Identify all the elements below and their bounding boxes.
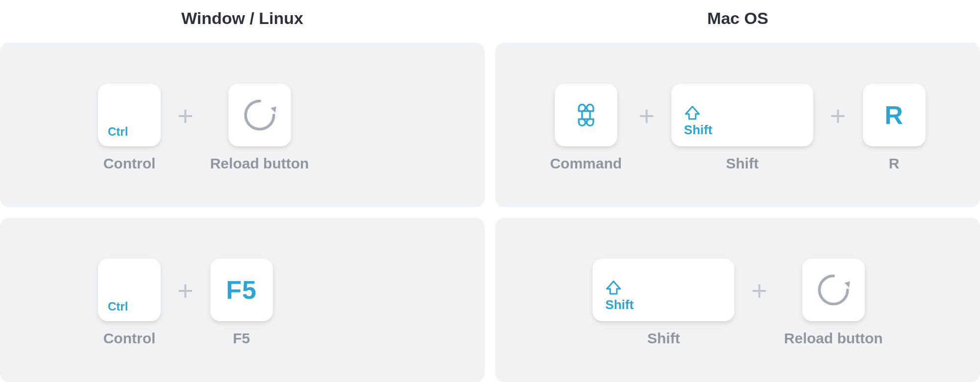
caption-f5: F5 — [233, 330, 250, 347]
command-icon — [573, 102, 599, 128]
key-label-r: R — [884, 100, 904, 130]
shortcut-diagram: Window / Linux Ctrl Control + Reload but… — [0, 0, 980, 382]
caption-reload-button: Reload button — [210, 155, 309, 172]
key-shift: Shift — [671, 84, 813, 146]
plus-separator: + — [177, 102, 194, 153]
panel-mac-row1: Command + Shift Shift + R — [495, 43, 980, 207]
key-label-ctrl: Ctrl — [108, 300, 128, 313]
caption-shift: Shift — [726, 155, 759, 172]
caption-control: Control — [103, 330, 156, 347]
combo-ctrl-reload: Ctrl Control + Reload button — [98, 84, 309, 172]
keywrap-shift-2: Shift Shift — [592, 259, 735, 347]
combo-shift-reload: Shift Shift + Reload button — [592, 259, 882, 347]
key-command — [555, 84, 617, 146]
caption-reload-button: Reload button — [784, 330, 883, 347]
key-reload — [802, 259, 865, 321]
keywrap-command: Command — [550, 84, 622, 172]
shift-up-icon — [684, 105, 701, 121]
combo-ctrl-f5: Ctrl Control + F5 F5 — [98, 259, 273, 347]
reload-icon — [814, 270, 853, 310]
key-label-shift: Shift — [605, 297, 634, 312]
panel-wl-row2: Ctrl Control + F5 F5 — [0, 218, 485, 382]
plus-separator: + — [177, 277, 194, 328]
keywrap-ctrl: Ctrl Control — [98, 84, 161, 172]
caption-control: Control — [103, 155, 156, 172]
keywrap-ctrl-2: Ctrl Control — [98, 259, 161, 347]
keywrap-shift: Shift Shift — [671, 84, 813, 172]
column-title-mac-os: Mac OS — [495, 0, 980, 43]
keywrap-f5: F5 F5 — [210, 259, 273, 347]
keywrap-r: R R — [863, 84, 926, 172]
key-ctrl: Ctrl — [98, 84, 161, 146]
plus-separator: + — [751, 277, 767, 328]
column-title-windows-linux: Window / Linux — [0, 0, 485, 43]
combo-cmd-shift-r: Command + Shift Shift + R — [550, 84, 925, 172]
key-r: R — [863, 84, 926, 146]
key-label-ctrl: Ctrl — [108, 125, 128, 139]
panel-mac-row2: Shift Shift + Reload button — [495, 218, 980, 382]
column-windows-linux: Window / Linux Ctrl Control + Reload but… — [0, 0, 485, 382]
key-shift: Shift — [592, 259, 735, 321]
plus-separator: + — [638, 102, 655, 153]
reload-icon — [240, 96, 279, 135]
panel-wl-row1: Ctrl Control + Reload button — [0, 43, 485, 207]
keywrap-reload-2: Reload button — [784, 259, 883, 347]
caption-shift: Shift — [647, 330, 680, 347]
key-f5: F5 — [210, 259, 273, 321]
caption-r: R — [889, 155, 900, 172]
key-label-f5: F5 — [226, 275, 257, 305]
plus-separator: + — [830, 102, 846, 153]
caption-command: Command — [550, 155, 622, 172]
shift-up-icon — [605, 280, 622, 296]
keywrap-reload: Reload button — [210, 84, 309, 172]
key-label-shift: Shift — [684, 122, 712, 138]
key-ctrl: Ctrl — [98, 259, 161, 321]
column-mac-os: Mac OS Command + Shift — [495, 0, 980, 382]
key-reload — [228, 84, 291, 146]
